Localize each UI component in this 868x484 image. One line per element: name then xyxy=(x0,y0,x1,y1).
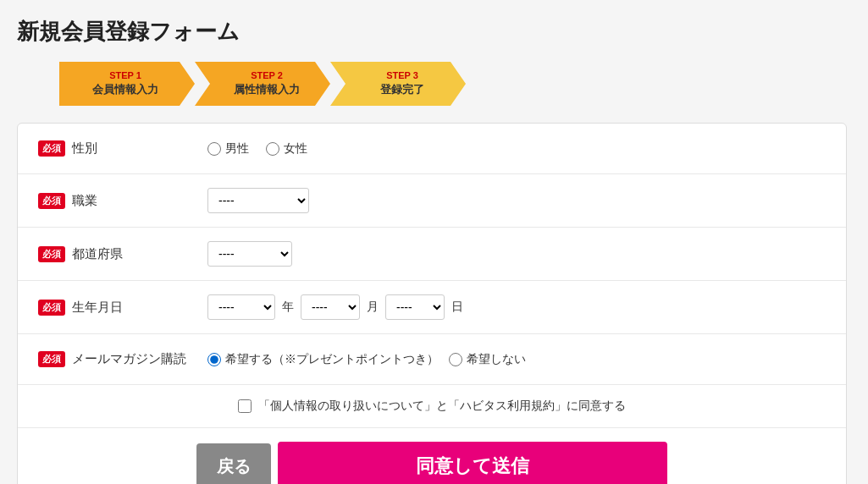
occupation-required: 必須 xyxy=(38,193,65,209)
submit-button[interactable]: 同意して送信 xyxy=(278,442,667,484)
occupation-row: 必須 職業 ---- xyxy=(18,174,846,228)
birthday-month-select[interactable]: ---- xyxy=(301,294,360,320)
prefecture-input-col: ---- xyxy=(207,241,826,267)
birthday-row: 必須 生年月日 ---- 年 ---- 月 ---- 日 xyxy=(18,281,846,334)
newsletter-label-col: 必須 メールマガジン購読 xyxy=(38,351,207,367)
newsletter-yes-text: 希望する（※プレゼントポイントつき） xyxy=(225,352,439,367)
occupation-label: 職業 xyxy=(72,193,97,209)
birthday-label: 生年月日 xyxy=(72,300,123,316)
gender-male-radio[interactable] xyxy=(207,142,221,156)
gender-female-text: 女性 xyxy=(284,141,307,157)
step-2-label: 属性情報入力 xyxy=(234,82,300,97)
gender-required: 必須 xyxy=(38,140,65,157)
newsletter-input-col: 希望する（※プレゼントポイントつき） 希望しない xyxy=(207,352,826,367)
occupation-label-col: 必須 職業 xyxy=(38,193,207,209)
newsletter-label: メールマガジン購読 xyxy=(72,351,186,367)
newsletter-no-radio[interactable] xyxy=(449,353,462,366)
back-button[interactable]: 戻る xyxy=(196,443,271,485)
page-title: 新規会員登録フォーム xyxy=(17,17,851,47)
newsletter-row: 必須 メールマガジン購読 希望する（※プレゼントポイントつき） 希望しない xyxy=(18,334,846,385)
gender-female-label[interactable]: 女性 xyxy=(266,141,307,157)
prefecture-select[interactable]: ---- xyxy=(207,241,292,267)
gender-male-text: 男性 xyxy=(225,141,249,157)
birthday-year-select[interactable]: ---- xyxy=(207,294,275,320)
gender-female-radio[interactable] xyxy=(266,142,279,156)
step-2: STEP 2 属性情報入力 xyxy=(195,62,330,106)
registration-form: 必須 性別 男性 女性 必須 職業 ---- xyxy=(17,123,847,484)
birthday-label-col: 必須 生年月日 xyxy=(38,300,207,316)
newsletter-yes-label[interactable]: 希望する（※プレゼントポイントつき） xyxy=(207,352,439,367)
newsletter-radio-group: 希望する（※プレゼントポイントつき） 希望しない xyxy=(207,352,526,367)
step-3-label: 登録完了 xyxy=(380,82,424,97)
gender-label: 性別 xyxy=(72,140,97,157)
birthday-required: 必須 xyxy=(38,300,65,316)
button-row: 戻る 同意して送信 xyxy=(18,428,846,484)
birthday-input-col: ---- 年 ---- 月 ---- 日 xyxy=(207,294,826,320)
gender-radio-group: 男性 女性 xyxy=(207,141,307,157)
gender-input-col: 男性 女性 xyxy=(207,141,826,157)
gender-row: 必須 性別 男性 女性 xyxy=(18,124,846,174)
day-unit: 日 xyxy=(451,300,463,315)
gender-label-col: 必須 性別 xyxy=(38,140,207,157)
month-unit: 月 xyxy=(367,300,379,315)
newsletter-yes-radio[interactable] xyxy=(207,353,221,366)
step-2-number: STEP 2 xyxy=(251,70,283,80)
prefecture-required: 必須 xyxy=(38,246,65,262)
agreement-label: 「個人情報の取り扱いについて」と「ハビタス利用規約」に同意する xyxy=(258,399,626,414)
step-3-number: STEP 3 xyxy=(386,70,418,80)
newsletter-required: 必須 xyxy=(38,351,65,367)
agreement-checkbox[interactable] xyxy=(238,399,252,413)
gender-male-label[interactable]: 男性 xyxy=(207,141,249,157)
newsletter-no-text: 希望しない xyxy=(467,352,526,367)
steps-container: STEP 1 会員情報入力 STEP 2 属性情報入力 STEP 3 登録完了 xyxy=(17,62,508,106)
prefecture-label-col: 必須 都道府県 xyxy=(38,246,207,262)
year-unit: 年 xyxy=(282,300,294,315)
prefecture-row: 必須 都道府県 ---- xyxy=(18,228,846,281)
step-3: STEP 3 登録完了 xyxy=(330,62,466,106)
agreement-row: 「個人情報の取り扱いについて」と「ハビタス利用規約」に同意する xyxy=(18,385,846,428)
step-1-label: 会員情報入力 xyxy=(92,82,158,97)
step-1: STEP 1 会員情報入力 xyxy=(59,62,195,106)
newsletter-no-label[interactable]: 希望しない xyxy=(449,352,526,367)
step-1-number: STEP 1 xyxy=(109,70,141,80)
prefecture-label: 都道府県 xyxy=(72,246,123,262)
birthday-day-select[interactable]: ---- xyxy=(385,294,445,320)
occupation-select[interactable]: ---- xyxy=(207,188,309,213)
occupation-input-col: ---- xyxy=(207,188,826,213)
